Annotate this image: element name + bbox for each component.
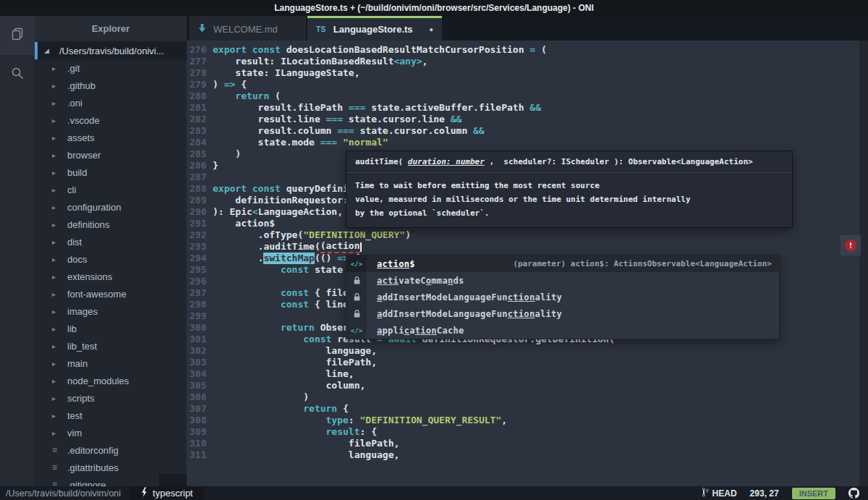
- git-branch-segment[interactable]: HEAD: [702, 487, 737, 499]
- code-line-280[interactable]: 280 return (: [187, 90, 859, 102]
- tree-item-docs[interactable]: ▸docs: [35, 250, 187, 268]
- tree-item-label: cli: [67, 185, 76, 195]
- tree-item-label: .oni: [67, 98, 82, 109]
- editor-scrollbar[interactable]: [859, 41, 868, 486]
- code-line-310[interactable]: 310 filePath,: [187, 438, 859, 449]
- tree-item-label: vim: [67, 428, 82, 438]
- line-number: 311: [190, 449, 206, 461]
- completion-item[interactable]: </>applicationCache: [346, 322, 779, 339]
- code-line-306[interactable]: 306 ): [187, 391, 859, 403]
- line-number: 297: [190, 287, 206, 299]
- chevron-collapsed-icon: ▸: [52, 325, 59, 333]
- file-tree: ◢/Users/travis/build/onivi...▸.git▸.gith…: [35, 42, 187, 486]
- code-line-303[interactable]: 303 filePath,: [187, 357, 859, 368]
- code-line-309[interactable]: 309 result: {: [187, 426, 859, 438]
- sidebar-scrollbar[interactable]: [159, 474, 187, 486]
- tree-item-vscode[interactable]: ▸.vscode: [35, 111, 187, 129]
- tree-item-cli[interactable]: ▸cli: [35, 181, 187, 198]
- tab-label: LanguageStore.ts: [333, 24, 413, 35]
- line-number: 309: [190, 426, 206, 438]
- tab-welcome-md[interactable]: WELCOME.md: [190, 16, 306, 41]
- code-line-307[interactable]: 307 return {: [187, 403, 859, 415]
- code-line-text: export const queryDefiniti: [213, 183, 360, 195]
- tree-item-git[interactable]: ▸.git: [35, 59, 187, 77]
- line-number: 301: [190, 334, 206, 345]
- tree-item-node-modules[interactable]: ▸node_modules: [35, 372, 187, 389]
- code-line-278[interactable]: 278 state: ILanguageState,: [187, 67, 859, 79]
- code-line-302[interactable]: 302 language,: [187, 345, 859, 357]
- tree-item-github[interactable]: ▸.github: [35, 77, 187, 94]
- code-line-304[interactable]: 304 line,: [187, 368, 859, 380]
- explorer-activity-button[interactable]: [0, 16, 35, 55]
- code-line-292[interactable]: 292 .ofType("DEFINITION_QUERY"): [187, 229, 859, 241]
- github-icon[interactable]: [848, 488, 859, 499]
- search-activity-button[interactable]: [0, 55, 35, 94]
- tab-languagestore-ts[interactable]: TS LanguageStore.ts ●: [307, 16, 442, 41]
- code-line-text: type: "DEFINITION_QUERY_RESULT",: [213, 415, 507, 426]
- code-line-311[interactable]: 311 language,: [187, 449, 859, 461]
- chevron-collapsed-icon: ▸: [52, 273, 59, 281]
- line-number: 291: [190, 218, 206, 229]
- chevron-collapsed-icon: ▸: [52, 412, 59, 420]
- tree-item-images[interactable]: ▸images: [35, 302, 187, 320]
- line-number: 277: [190, 56, 206, 67]
- code-line-305[interactable]: 305 column,: [187, 380, 859, 391]
- language-segment[interactable]: typescript: [129, 486, 204, 500]
- code-line-308[interactable]: 308 type: "DEFINITION_QUERY_RESULT",: [187, 415, 859, 426]
- code-line-281[interactable]: 281 result.filePath === state.activeBuff…: [187, 102, 859, 114]
- tree-item-lib-test[interactable]: ▸lib_test: [35, 337, 187, 355]
- code-line-282[interactable]: 282 result.line === state.cursor.line &&: [187, 114, 859, 125]
- code-line-279[interactable]: 279) => {: [187, 79, 859, 90]
- doc-line: by the optional `scheduler`.: [355, 206, 783, 220]
- tree-item-vim[interactable]: ▸vim: [35, 424, 187, 441]
- tree-item-lib[interactable]: ▸lib: [35, 320, 187, 337]
- code-line-283[interactable]: 283 result.column === state.cursor.colum…: [187, 125, 859, 137]
- code-line-276[interactable]: 276export const doesLocationBasedResultM…: [187, 44, 859, 56]
- tree-item-configuration[interactable]: ▸configuration: [35, 198, 187, 216]
- tree-item-scripts[interactable]: ▸scripts: [35, 389, 187, 407]
- line-number: 298: [190, 299, 206, 310]
- git-branch-label: HEAD: [712, 488, 737, 499]
- code-line-text: state: ILanguageState,: [213, 67, 360, 79]
- tree-item-main[interactable]: ▸main: [35, 355, 187, 372]
- tree-item-build[interactable]: ▸build: [35, 164, 187, 181]
- code-line-293[interactable]: 293 .auditTime((action: [187, 241, 859, 253]
- tree-item-label: lib: [67, 323, 77, 334]
- markdown-arrow-icon: [198, 24, 206, 35]
- code-line-text: }: [213, 160, 218, 171]
- completion-item[interactable]: addInsertModeLanguageFunctionality: [346, 305, 779, 322]
- tree-item-label: .editorconfig: [67, 445, 119, 456]
- completion-item[interactable]: activateCommands: [346, 272, 779, 289]
- tree-item-test[interactable]: ▸test: [35, 407, 187, 424]
- line-number: 294: [190, 253, 206, 264]
- completion-item[interactable]: </>action$(parameter) action$: ActionsOb…: [346, 255, 779, 272]
- autocomplete-popup: </>action$(parameter) action$: ActionsOb…: [346, 255, 780, 339]
- code-line-text: .auditTime((action: [213, 241, 362, 253]
- tree-item-label: images: [67, 306, 98, 317]
- completion-label: addInsertModeLanguageFunctionality: [377, 292, 562, 302]
- tree-item-dist[interactable]: ▸dist: [35, 233, 187, 250]
- completion-item[interactable]: addInsertModeLanguageFunctionality: [346, 289, 779, 305]
- tree-item-oni[interactable]: ▸.oni: [35, 94, 187, 111]
- language-label: typescript: [153, 488, 193, 499]
- error-marker[interactable]: !: [841, 235, 861, 255]
- tree-item-definitions[interactable]: ▸definitions: [35, 216, 187, 233]
- line-number: 287: [190, 171, 206, 183]
- line-number: 282: [190, 114, 206, 125]
- tab-label: WELCOME.md: [213, 24, 278, 35]
- code-line-284[interactable]: 284 state.mode === "normal": [187, 137, 859, 148]
- tree-item-assets[interactable]: ▸assets: [35, 129, 187, 146]
- tree-item-editorconfig[interactable]: ≡.editorconfig: [35, 441, 187, 459]
- code-line-277[interactable]: 277 result: ILocationBasedResult<any>,: [187, 56, 859, 67]
- git-branch-icon: [702, 487, 709, 499]
- tree-item-users-travis-build-onivi[interactable]: ◢/Users/travis/build/onivi...: [35, 42, 187, 59]
- line-number: 293: [190, 241, 206, 253]
- tree-item-browser[interactable]: ▸browser: [35, 146, 187, 164]
- chevron-collapsed-icon: ▸: [52, 116, 59, 124]
- mode-indicator: INSERT: [792, 488, 835, 499]
- line-number: 288: [190, 183, 206, 195]
- tree-item-font-awesome[interactable]: ▸font-awesome: [35, 285, 187, 302]
- tree-item-extensions[interactable]: ▸extensions: [35, 268, 187, 285]
- line-number: 290: [190, 206, 206, 218]
- line-number: 308: [190, 415, 206, 426]
